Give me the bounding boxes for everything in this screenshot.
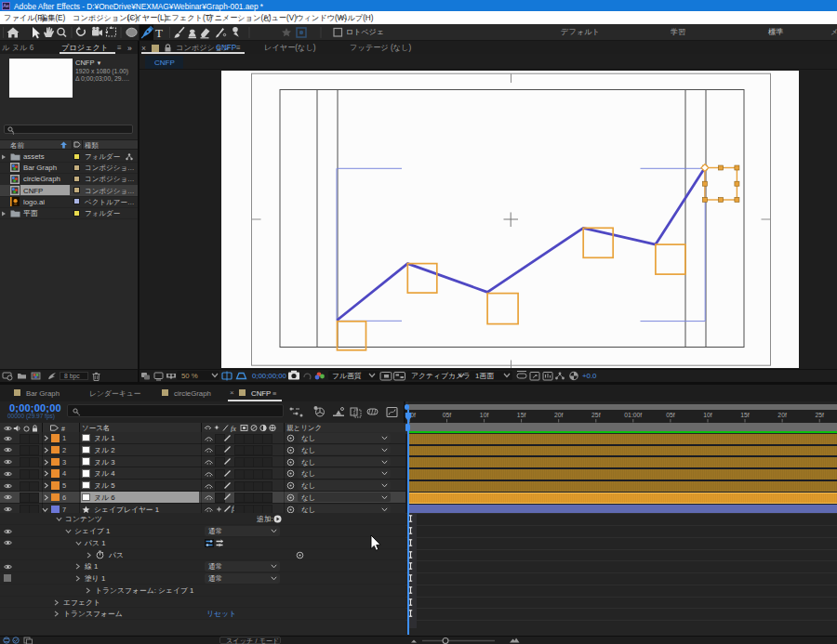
svg-text:T: T [155,26,163,40]
